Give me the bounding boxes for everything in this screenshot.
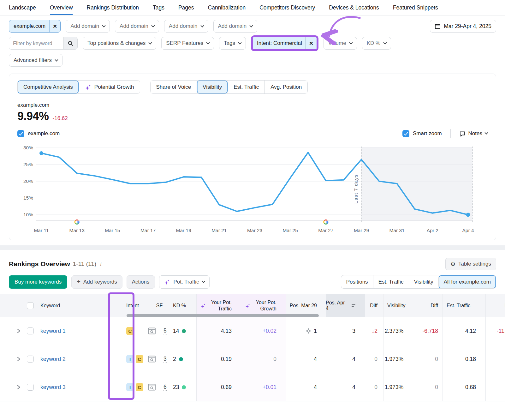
sf-count-link[interactable]: 3 [163,356,167,363]
serp-preview-icon[interactable] [148,327,156,335]
sf-count-link[interactable]: 5 [163,327,167,334]
select-all-checkbox[interactable] [24,294,37,317]
smart-zoom-checkbox[interactable] [402,130,409,137]
keyword-filter-input[interactable] [9,37,63,49]
pot-growth-value: 0 [273,356,276,363]
kd-dropdown[interactable]: KD % [362,37,391,50]
visibility-line-chart[interactable]: 30%25%20%15%10%Last 7 daysMar 11Mar 13Ma… [17,141,488,237]
diff-value: 0 [374,356,377,363]
date-range-picker[interactable]: Mar 29-Apr 4, 2025 [430,20,496,33]
add-keywords-button[interactable]: + Add keywords [71,275,122,289]
serp-features-dropdown[interactable]: SERP Features [161,37,214,50]
col-your-pot-growth[interactable]: Your Pot. Growth [241,294,286,317]
nav-devices-locations[interactable]: Devices & Locations [329,0,379,15]
nav-landscape[interactable]: Landscape [9,0,36,15]
remove-intent-filter-icon[interactable]: × [306,39,317,47]
serp-preview-icon[interactable] [148,383,156,391]
col-kd[interactable]: KD % [172,294,196,317]
svg-text:Mar 21: Mar 21 [211,228,227,233]
col-sf[interactable]: SF [146,294,172,317]
pos-start-value: 4 [314,356,317,363]
table-settings-button[interactable]: ⚙ Table settings [445,258,496,270]
tab-visibility[interactable]: Visibility [197,81,228,93]
nav-pages[interactable]: Pages [178,0,194,15]
search-icon [68,40,74,46]
expand-row-button[interactable] [0,317,24,345]
tab-competitive-analysis[interactable]: Competitive Analysis [18,81,79,93]
info-icon[interactable]: i [100,261,102,267]
view-visibility[interactable]: Visibility [409,275,438,288]
vis-diff-value: 0 [435,384,438,391]
intent-filter-chip[interactable]: Intent: Commercial × [253,37,317,49]
col-diff[interactable]: Diff [365,294,383,317]
tab-est-traffic[interactable]: Est. Traffic [228,81,264,93]
add-domain-dropdown-2[interactable]: Add domain [115,20,159,33]
nav-competitors-discovery[interactable]: Competitors Discovery [259,0,315,15]
keyword-link[interactable]: keyword 3 [40,384,66,391]
legend-checkbox[interactable] [17,130,24,137]
view-all-for-domain[interactable]: All for example.com [438,275,496,288]
chevron-down-icon [383,41,387,44]
sparkles-icon [85,84,92,91]
nav-cannibalization[interactable]: Cannibalization [208,0,246,15]
col-your-pot-traffic[interactable]: Your Pot. Traffic [196,294,241,317]
svg-text:Mar 29: Mar 29 [354,228,369,233]
top-positions-dropdown[interactable]: Top positions & changes [83,37,156,50]
nav-tags[interactable]: Tags [153,0,164,15]
svg-text:30%: 30% [23,145,33,150]
chevron-down-icon [349,41,353,44]
tab-share-of-voice[interactable]: Share of Voice [151,81,197,93]
col-pos-apr-4[interactable]: Pos. Apr 4 [326,294,365,317]
keyword-link[interactable]: keyword 2 [40,356,66,363]
actions-button[interactable]: Actions [127,275,155,289]
visibility-value: 1.973% [385,356,403,363]
svg-text:Mar 19: Mar 19 [176,228,191,233]
pot-traffic-dropdown[interactable]: Pot. Traffic [159,275,210,289]
tags-dropdown[interactable]: Tags [219,37,246,50]
col-est-diff[interactable]: Diff [485,294,505,317]
metric-value: 9.94% [17,110,49,123]
search-button[interactable] [63,37,77,49]
notes-button[interactable]: Notes [459,130,488,137]
col-keyword[interactable]: Keyword [37,294,122,317]
nav-rankings-distribution[interactable]: Rankings Distribution [87,0,139,15]
keyword-link[interactable]: keyword 1 [40,328,66,334]
view-est-traffic[interactable]: Est. Traffic [373,275,409,288]
col-est-traffic[interactable]: Est. Traffic [443,294,485,317]
buy-more-keywords-button[interactable]: Buy more keywords [9,275,67,289]
col-pos-mar-29[interactable]: Pos. Mar 29 [286,294,326,317]
gear-icon: ⚙ [450,261,455,267]
row-checkbox[interactable] [27,356,34,363]
advanced-filters-dropdown[interactable]: Advanced filters [9,54,62,67]
add-domain-dropdown-4[interactable]: Add domain [213,20,258,33]
add-domain-dropdown-3[interactable]: Add domain [164,20,208,33]
tab-avg-position[interactable]: Avg. Position [264,81,307,93]
add-domain-dropdown-1[interactable]: Add domain [66,20,110,33]
view-positions[interactable]: Positions [341,275,373,288]
col-visibility[interactable]: Visibility [383,294,416,317]
chevron-right-icon [16,384,21,390]
horizontal-scrollbar[interactable] [127,314,319,317]
kd-value: 14 [173,328,179,334]
nav-featured-snippets[interactable]: Featured Snippets [393,0,438,15]
tab-potential-growth[interactable]: Potential Growth [79,81,140,93]
vis-diff-value: 0 [435,356,438,363]
chevron-down-icon [151,24,155,27]
nav-overview[interactable]: Overview [50,0,73,15]
expand-row-button[interactable] [0,373,24,401]
table-toolbar: Buy more keywords + Add keywords Actions… [0,273,505,289]
svg-text:Apr 2: Apr 2 [427,228,438,233]
filters-area: example.com × Add domain Add domain Add … [0,15,505,72]
col-intent[interactable]: Intent [122,294,146,317]
row-checkbox[interactable] [27,327,34,334]
domain-chip[interactable]: example.com × [9,20,61,33]
sf-count-link[interactable]: 6 [163,384,167,391]
volume-dropdown[interactable]: Volume [324,37,357,50]
table-row: keyword 1 C 5 14 4.13 +0.02 [0,317,505,345]
divider [160,382,160,392]
row-checkbox[interactable] [27,384,34,391]
serp-preview-icon[interactable] [148,355,156,363]
expand-row-button[interactable] [0,345,24,373]
remove-domain-icon[interactable]: × [50,22,60,30]
col-vis-diff[interactable]: Diff [416,294,443,317]
